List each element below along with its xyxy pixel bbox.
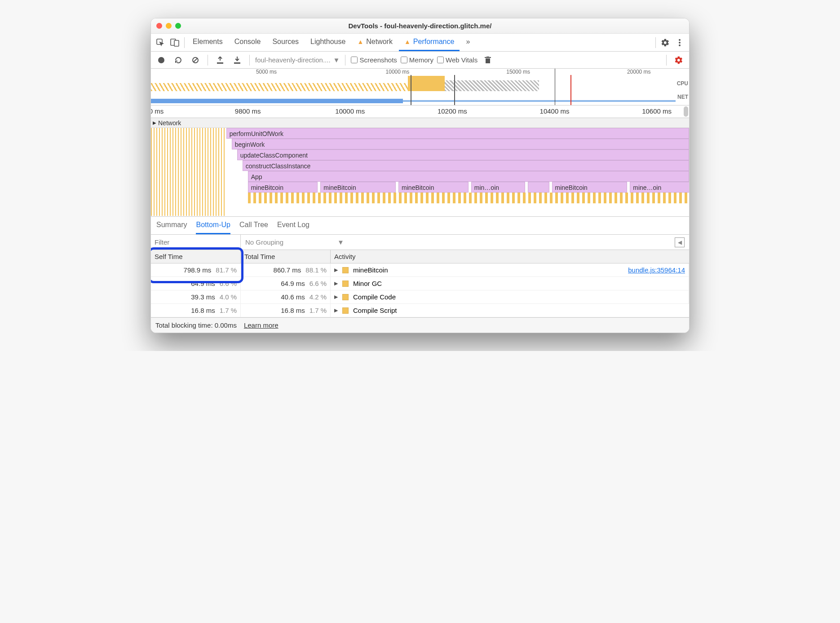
total-time-cell[interactable]: 64.9 ms6.6 % xyxy=(241,277,331,290)
tab-console[interactable]: Console xyxy=(229,34,266,51)
svg-rect-13 xyxy=(486,57,489,57)
minimize-icon[interactable] xyxy=(166,23,172,29)
capture-settings-icon[interactable] xyxy=(672,53,685,67)
screenshots-checkbox[interactable]: Screenshots xyxy=(351,56,397,64)
close-icon[interactable] xyxy=(156,23,162,29)
svg-rect-2 xyxy=(174,40,179,46)
filter-row: No Grouping▼ ◀ xyxy=(151,235,689,250)
learn-more-link[interactable]: Learn more xyxy=(244,321,279,329)
chevron-right-icon[interactable]: ▶ xyxy=(334,307,338,313)
activity-cell[interactable]: ▶Compile Script xyxy=(331,304,689,317)
col-self-time[interactable]: Self Time xyxy=(151,250,241,263)
load-profile-icon[interactable] xyxy=(213,53,227,67)
svg-point-4 xyxy=(679,42,681,44)
svg-point-6 xyxy=(158,57,164,63)
activity-cell[interactable]: ▶Minor GC xyxy=(331,277,689,290)
chevron-right-icon[interactable]: ▶ xyxy=(334,294,338,300)
performance-toolbar: foul-heavenly-direction....▼ Screenshots… xyxy=(151,52,689,69)
trash-icon[interactable] xyxy=(481,53,495,67)
bottom-tab-call-tree[interactable]: Call Tree xyxy=(239,217,268,234)
tbt-label: Total blocking time: 0.00ms xyxy=(155,321,237,329)
reload-icon[interactable] xyxy=(172,53,185,67)
titlebar: DevTools - foul-heavenly-direction.glitc… xyxy=(151,18,689,34)
record-icon[interactable] xyxy=(155,53,168,67)
memory-checkbox[interactable]: Memory xyxy=(401,56,433,64)
svg-line-8 xyxy=(194,58,197,62)
kebab-menu-icon[interactable] xyxy=(673,36,686,49)
svg-point-5 xyxy=(679,44,681,46)
flame-leaf[interactable]: mineBitcoin xyxy=(320,182,396,193)
selection-brackets[interactable] xyxy=(411,75,455,105)
svg-rect-12 xyxy=(485,57,491,58)
self-time-cell[interactable]: 39.3 ms4.0 % xyxy=(151,290,241,304)
chevron-right-icon[interactable]: ▶ xyxy=(334,267,338,273)
total-time-cell[interactable]: 860.7 ms88.1 % xyxy=(241,263,331,277)
clear-icon[interactable] xyxy=(189,53,202,67)
tab-lighthouse[interactable]: Lighthouse xyxy=(305,34,351,51)
source-link[interactable]: bundle.js:35964:14 xyxy=(628,266,685,274)
flame-leaf[interactable]: mineBitcoin xyxy=(398,182,469,193)
activity-color-icon xyxy=(342,307,349,314)
activity-color-icon xyxy=(342,267,349,273)
flame-chart[interactable]: ▶ Network performUnitOfWork beginWork up… xyxy=(151,118,689,217)
activity-cell[interactable]: ▶mineBitcoinbundle.js:35964:14 xyxy=(331,263,689,277)
flame-leaf[interactable]: min…oin xyxy=(471,182,525,193)
inspect-icon[interactable] xyxy=(154,36,167,49)
overview-ticks: 5000 ms 10000 ms 15000 ms 20000 ms xyxy=(151,69,676,75)
network-track-header[interactable]: ▶ Network xyxy=(151,118,689,128)
self-time-cell[interactable]: 798.9 ms81.7 % xyxy=(151,263,241,277)
flame-leaf[interactable]: mine…oin xyxy=(630,182,689,193)
recording-selector[interactable]: foul-heavenly-direction....▼ xyxy=(255,56,340,64)
detail-ruler[interactable]: 0 ms 9800 ms 10000 ms 10200 ms 10400 ms … xyxy=(151,105,689,118)
tab-elements[interactable]: Elements xyxy=(187,34,228,51)
overview-labels: CPU NET xyxy=(677,77,688,104)
flame-leaf[interactable] xyxy=(528,182,549,193)
chevron-right-icon: ▶ xyxy=(153,120,156,125)
self-time-cell[interactable]: 64.9 ms6.6 % xyxy=(151,277,241,290)
traffic-lights xyxy=(156,23,181,29)
settings-icon[interactable] xyxy=(659,36,672,49)
overflow-tabs[interactable]: » xyxy=(460,34,475,51)
save-profile-icon[interactable] xyxy=(230,53,244,67)
grouping-selector[interactable]: No Grouping▼ ◀ xyxy=(241,235,689,250)
timeline-overview[interactable]: 5000 ms 10000 ms 15000 ms 20000 ms CPU N… xyxy=(151,69,689,105)
status-bar: Total blocking time: 0.00ms Learn more xyxy=(151,317,689,333)
activity-color-icon xyxy=(342,294,349,300)
flame-leaf[interactable]: mineBitcoin xyxy=(552,182,628,193)
svg-rect-11 xyxy=(486,58,490,63)
bottom-up-table: Self Time Total Time Activity xyxy=(151,250,689,263)
bottom-tab-bottom-up[interactable]: Bottom-Up xyxy=(196,217,230,234)
filter-input[interactable] xyxy=(151,235,241,250)
self-time-cell[interactable]: 16.8 ms1.7 % xyxy=(151,304,241,317)
main-tab-strip: ElementsConsoleSourcesLighthouse▲Network… xyxy=(151,34,689,52)
tab-performance[interactable]: ▲Performance xyxy=(399,34,460,51)
collapse-panel-icon[interactable]: ◀ xyxy=(675,237,685,247)
activity-cell[interactable]: ▶Compile Code xyxy=(331,290,689,304)
chevron-right-icon[interactable]: ▶ xyxy=(334,281,338,286)
bottom-tab-strip: SummaryBottom-UpCall TreeEvent Log xyxy=(151,217,689,235)
tab-sources[interactable]: Sources xyxy=(267,34,304,51)
device-toggle-icon[interactable] xyxy=(168,36,181,49)
devtools-window: DevTools - foul-heavenly-direction.glitc… xyxy=(150,18,690,333)
activity-color-icon xyxy=(342,281,349,287)
bottom-tab-event-log[interactable]: Event Log xyxy=(277,217,309,234)
zoom-icon[interactable] xyxy=(175,23,181,29)
window-title: DevTools - foul-heavenly-direction.glitc… xyxy=(151,22,689,30)
col-activity[interactable]: Activity xyxy=(331,250,689,263)
svg-rect-10 xyxy=(234,62,240,64)
total-time-cell[interactable]: 40.6 ms4.2 % xyxy=(241,290,331,304)
scrollbar-thumb[interactable] xyxy=(684,106,688,117)
svg-point-3 xyxy=(679,39,681,41)
bottom-tab-summary[interactable]: Summary xyxy=(156,217,187,234)
total-time-cell[interactable]: 16.8 ms1.7 % xyxy=(241,304,331,317)
flame-leaf[interactable]: mineBitcoin xyxy=(248,182,318,193)
webvitals-checkbox[interactable]: Web Vitals xyxy=(437,56,477,64)
svg-rect-9 xyxy=(217,62,223,64)
col-total-time[interactable]: Total Time xyxy=(241,250,331,263)
tab-network[interactable]: ▲Network xyxy=(352,34,398,51)
